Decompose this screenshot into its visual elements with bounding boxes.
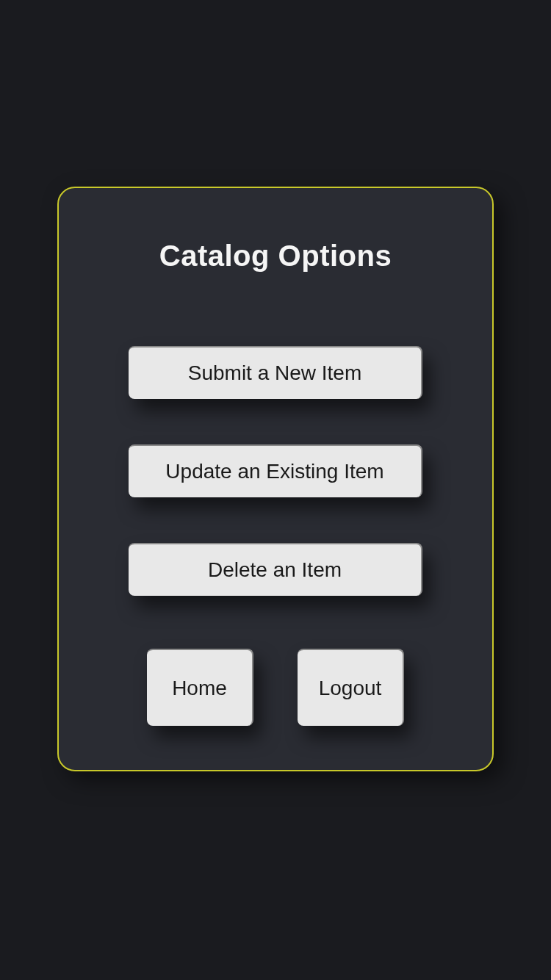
- home-button[interactable]: Home: [147, 649, 253, 726]
- update-existing-item-button[interactable]: Update an Existing Item: [129, 444, 422, 497]
- catalog-options-card: Catalog Options Submit a New Item Update…: [57, 187, 494, 771]
- bottom-button-row: Home Logout: [147, 649, 404, 726]
- logout-button[interactable]: Logout: [298, 649, 404, 726]
- page-title: Catalog Options: [159, 239, 392, 273]
- delete-item-button[interactable]: Delete an Item: [129, 543, 422, 596]
- submit-new-item-button[interactable]: Submit a New Item: [129, 346, 422, 399]
